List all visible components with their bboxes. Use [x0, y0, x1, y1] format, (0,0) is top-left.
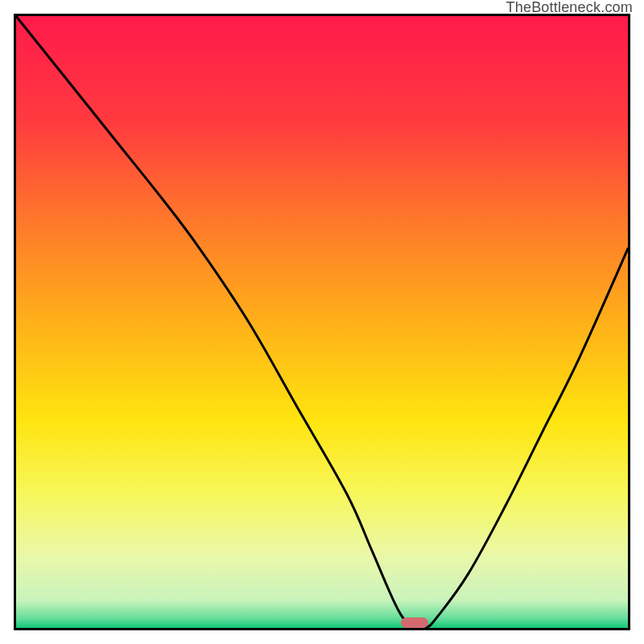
- chart-svg: [16, 16, 628, 628]
- optimal-marker: [401, 617, 428, 628]
- plot-area: [14, 14, 630, 630]
- bottleneck-chart: TheBottleneck.com: [0, 0, 644, 644]
- gradient-background: [16, 16, 628, 628]
